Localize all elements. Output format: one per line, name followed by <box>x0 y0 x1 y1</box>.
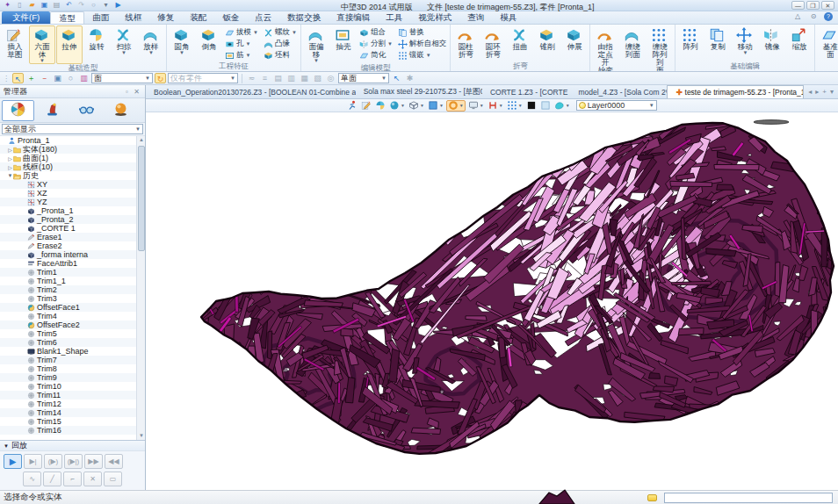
assembly-manager-tab[interactable] <box>36 100 69 121</box>
pick-cursor-icon[interactable]: ↖ <box>12 73 24 83</box>
cyan-style-icon[interactable]: ▼ <box>553 100 571 112</box>
tree-item-_forma interna[interactable]: _forma interna <box>0 250 145 259</box>
expand-arrow-icon[interactable]: ▼ <box>7 173 13 178</box>
tree-item-Trim7[interactable]: Trim7 <box>0 356 145 364</box>
document-tab[interactable]: Boolean_Operation20130726.Z3 - [BOOLEAN … <box>146 85 356 98</box>
ribbon-button-由指定点开始变形[interactable]: 由指定点开 始变形▼ <box>592 25 618 72</box>
command-input[interactable] <box>664 493 833 503</box>
layer-dropdown[interactable]: Layer0000 ▼ <box>576 100 657 111</box>
snap-option-icon[interactable]: ▦ <box>299 73 310 83</box>
ribbon-tab-工具[interactable]: 工具 <box>378 11 410 24</box>
tree-item-Trim8[interactable]: Trim8 <box>0 364 145 373</box>
save-icon[interactable]: ▣ <box>40 1 49 10</box>
ribbon-button-镜像[interactable]: 镜像 <box>759 25 785 62</box>
tab-nav-icon[interactable]: + <box>822 88 827 96</box>
restore-button[interactable]: ❐ <box>806 1 820 10</box>
playback-tool-3[interactable]: ✕ <box>83 472 102 486</box>
visibility-manager-tab[interactable] <box>70 100 103 121</box>
tree-item-线框(10)[interactable]: ▷线框(10) <box>0 162 145 171</box>
ribbon-tab-数据交换[interactable]: 数据交换 <box>279 11 329 24</box>
tree-item-_Pronta_2[interactable]: _Pronta_2 <box>0 215 145 224</box>
open-file-icon[interactable]: ▰ <box>27 1 37 10</box>
style-gear-icon[interactable]: ⊙ <box>808 12 819 21</box>
new-file-icon[interactable]: ▯ <box>15 1 25 10</box>
scrollbar-thumb[interactable] <box>138 146 145 251</box>
ribbon-tab-视觉样式[interactable]: 视觉样式 <box>410 11 459 24</box>
filter-list-icon[interactable]: ▥ <box>78 73 90 83</box>
playback-button-0[interactable]: ▶ <box>4 454 22 469</box>
ribbon-button-圆柱折弯[interactable]: 圆柱折弯 <box>452 25 479 62</box>
ribbon-tab-造型[interactable]: 造型 <box>50 11 84 24</box>
wireframe-display-icon[interactable]: ▼ <box>408 100 425 112</box>
playback-button-3[interactable]: (▶|) <box>64 454 83 469</box>
ribbon-button-凸缘[interactable]: 凸缘 <box>262 39 299 49</box>
ribbon-button-移动[interactable]: 移动▼ <box>732 25 758 62</box>
ribbon-button-六面体[interactable]: 六面体▼ <box>29 25 55 64</box>
playback-tool-0[interactable]: ∿ <box>23 472 41 486</box>
tree-item-Trim6[interactable]: Trim6 <box>0 338 145 347</box>
entity-filter-dropdown[interactable]: 面▼ <box>91 73 153 83</box>
visual-manager-tab[interactable] <box>105 100 137 121</box>
ribbon-button-拔模[interactable]: 拔模▼ <box>223 27 260 38</box>
tab-nav-icon[interactable]: ◂ <box>808 88 812 96</box>
help-icon[interactable]: ? <box>824 12 833 21</box>
pick-last-icon[interactable]: ↖ <box>391 73 402 83</box>
ribbon-tab-点云[interactable]: 点云 <box>247 11 279 24</box>
regen-view-icon[interactable] <box>346 100 358 112</box>
blue-swatch[interactable] <box>539 100 552 112</box>
document-tab[interactable]: CORTE 1.Z3 - [CORTE 1] <box>482 85 571 98</box>
tree-item-历史[interactable]: ▼历史 <box>0 171 145 180</box>
ribbon-button-插入草图[interactable]: 插入草图 <box>2 25 28 64</box>
remove-select-icon[interactable]: － <box>39 73 50 83</box>
ring-display-icon[interactable]: ▼ <box>446 100 466 112</box>
ribbon-button-抽壳[interactable]: 抽壳 <box>330 25 357 64</box>
ribbon-button-解析自相交[interactable]: 解析自相交 <box>396 39 449 49</box>
tab-nav-icon[interactable]: ▾ <box>830 88 834 96</box>
ribbon-tab-曲面[interactable]: 曲面 <box>84 11 117 24</box>
regen-icon[interactable]: ○ <box>89 1 98 10</box>
pattern-view-icon[interactable]: ▼ <box>506 100 524 112</box>
tree-item-Erase2[interactable]: Erase2 <box>0 241 145 250</box>
history-manager-tab[interactable] <box>2 100 34 121</box>
playback-button-5[interactable]: ◀◀ <box>105 454 123 469</box>
ribbon-button-替换[interactable]: 替换 <box>396 27 449 38</box>
tree-item-Blank1_Shape[interactable]: Blank1_Shape <box>0 347 145 356</box>
ribbon-button-拉伸[interactable]: 拉伸 <box>56 25 83 64</box>
tree-item-曲面(1)[interactable]: ▷曲面(1) <box>0 154 145 162</box>
black-swatch[interactable] <box>525 100 538 112</box>
dropdown-icon[interactable]: ▾ <box>101 1 111 10</box>
ribbon-button-倒角[interactable]: 倒角 <box>196 25 222 62</box>
ribbon-button-孔[interactable]: 孔▼ <box>223 39 260 49</box>
scope-filter-dropdown[interactable]: 仅有零件▼ <box>168 73 238 83</box>
snap-option-icon[interactable]: ▥ <box>285 73 297 83</box>
tree-item-Erase1[interactable]: Erase1 <box>0 233 145 241</box>
redo-icon[interactable]: ↷ <box>76 1 86 10</box>
snap-option-icon[interactable]: ▧ <box>312 73 323 83</box>
undo-icon[interactable]: ↶ <box>64 1 74 10</box>
ribbon-button-复制[interactable]: 复制 <box>704 25 731 62</box>
play-icon[interactable]: ▶ <box>113 1 123 10</box>
minimize-button[interactable]: — <box>791 1 805 10</box>
tree-item-Trim14[interactable]: Trim14 <box>0 408 145 417</box>
scroll-down-icon[interactable]: ▼ <box>137 432 145 440</box>
tree-filter-dropdown[interactable]: 全部显示 ▼ <box>2 124 143 134</box>
close-button[interactable]: ✕ <box>821 1 834 10</box>
section-view-icon[interactable]: ▼ <box>487 100 504 112</box>
close-panel-icon[interactable]: ✕ <box>132 88 141 96</box>
tree-item-XY[interactable]: XY <box>0 180 145 189</box>
ribbon-button-镶嵌[interactable]: 镶嵌▼ <box>396 50 449 61</box>
ribbon-button-圆环折弯[interactable]: 圆环折弯 <box>480 25 506 62</box>
tree-item-实体(180)[interactable]: ▷实体(180) <box>0 145 145 154</box>
tree-item-Trim16[interactable]: Trim16 <box>0 426 145 435</box>
tree-item-Trim10[interactable]: Trim10 <box>0 382 145 391</box>
expand-arrow-icon[interactable]: ▷ <box>7 155 13 162</box>
playback-header[interactable]: ▼ 回放 <box>0 441 145 451</box>
ribbon-button-坯料[interactable]: 坯料 <box>262 50 299 61</box>
playback-button-2[interactable]: (▶) <box>44 454 62 469</box>
pick-settings-icon[interactable]: ✱ <box>404 73 415 83</box>
ribbon-button-放样[interactable]: 放样▼ <box>138 25 164 64</box>
tree-item-Pronta_1[interactable]: Pronta_1 <box>0 136 145 145</box>
playback-tool-2[interactable]: ⌐ <box>63 472 82 486</box>
model-3d-view[interactable] <box>146 112 838 490</box>
ribbon-button-螺纹[interactable]: 螺纹▼ <box>262 27 299 38</box>
